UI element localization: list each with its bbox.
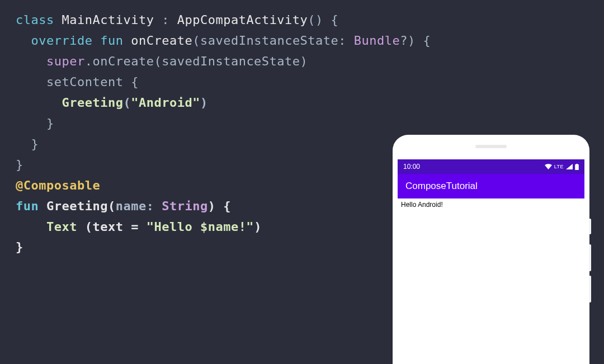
code-line: override fun onCreate(savedInstanceState… <box>16 31 588 51</box>
code-line: setContent { <box>16 72 588 93</box>
code-line: } <box>16 114 588 134</box>
svg-rect-1 <box>576 164 578 165</box>
string-literal: "Hello $name!" <box>147 220 254 234</box>
lte-label: LTE <box>554 164 564 169</box>
phone-power-button <box>589 219 591 234</box>
param: savedInstanceState <box>200 34 338 48</box>
status-bar: 10:00 LTE <box>398 159 584 174</box>
func-name: Greeting <box>46 199 108 213</box>
type: Bundle <box>354 34 400 48</box>
code-line: super.onCreate(savedInstanceState) <box>16 51 588 72</box>
keyword-fun: fun <box>100 34 123 48</box>
method-name: onCreate <box>131 34 192 48</box>
brace: { <box>123 75 139 89</box>
args: (savedInstanceState) <box>154 54 308 68</box>
wifi-icon <box>545 164 552 169</box>
colon: : <box>338 34 354 48</box>
body-text: Hello Android! <box>401 201 443 209</box>
call: onCreate <box>92 54 154 68</box>
code-line: class MainActivity : AppCompatActivity()… <box>16 10 588 31</box>
dot: . <box>85 54 93 68</box>
app-bar: ComposeTutorial <box>398 174 584 198</box>
keyword-fun: fun <box>16 199 39 213</box>
parent-class: AppCompatActivity <box>177 13 308 27</box>
string-literal: "Android" <box>131 96 200 110</box>
phone-speaker <box>475 145 507 148</box>
paren: ) <box>200 96 208 110</box>
paren: ) <box>208 199 216 213</box>
keyword-class: class <box>16 13 54 27</box>
super-kw: super <box>46 54 85 68</box>
code-line: Greeting("Android") <box>16 93 588 114</box>
brace: } <box>16 240 23 254</box>
phone-volume-down-button <box>589 276 591 302</box>
brace: { <box>416 34 431 48</box>
signal-icon <box>566 164 573 169</box>
call: setContent <box>46 75 123 89</box>
phone-screen: 10:00 LTE ComposeTutorial Hello Android! <box>398 159 584 364</box>
paren: ) <box>408 34 416 48</box>
qmark: ? <box>400 34 408 48</box>
call-text: Text <box>46 220 77 234</box>
args: (text = <box>77 220 147 234</box>
brace: { <box>215 199 231 213</box>
brace: } <box>16 158 23 172</box>
brace: } <box>46 116 54 130</box>
svg-rect-0 <box>575 164 579 170</box>
annotation: @Composable <box>16 178 100 192</box>
class-name: MainActivity <box>62 13 154 27</box>
paren: ( <box>108 199 116 213</box>
paren: ( <box>123 96 131 110</box>
battery-icon <box>575 164 579 170</box>
colon: : <box>154 13 177 27</box>
paren: ( <box>192 34 200 48</box>
paren: ) <box>254 220 262 234</box>
param: name <box>116 199 147 213</box>
call-greeting: Greeting <box>62 96 123 110</box>
phone-mockup: 10:00 LTE ComposeTutorial Hello Android! <box>393 135 589 364</box>
brace: { <box>323 13 339 27</box>
app-title: ComposeTutorial <box>405 181 478 192</box>
parens: () <box>308 13 323 27</box>
status-icons: LTE <box>545 164 579 170</box>
colon: : <box>147 199 162 213</box>
phone-volume-up-button <box>589 244 591 271</box>
status-time: 10:00 <box>403 163 420 171</box>
brace: } <box>31 137 39 151</box>
keyword-override: override <box>31 34 93 48</box>
type: String <box>162 199 207 213</box>
screen-content: Hello Android! <box>398 198 584 364</box>
